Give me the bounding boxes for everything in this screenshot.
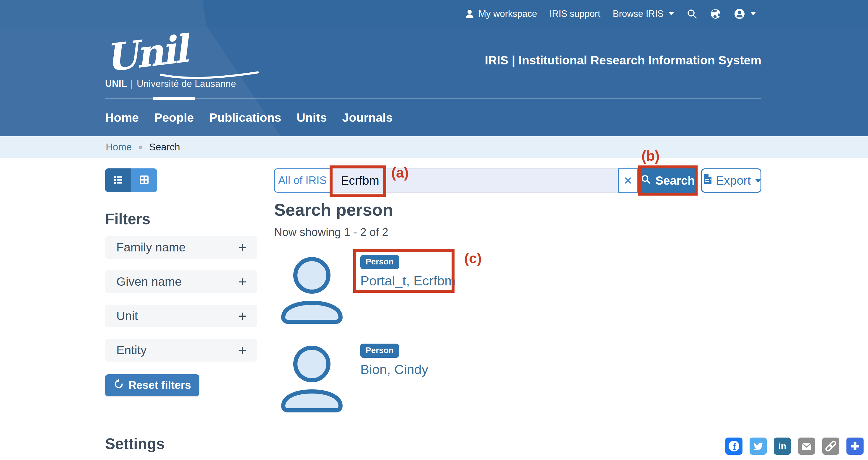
filter-given-name[interactable]: Given name + xyxy=(105,270,257,293)
plus-icon[interactable]: + xyxy=(238,241,247,255)
view-toggle-group xyxy=(105,168,257,192)
breadcrumb-current: Search xyxy=(149,142,180,153)
facebook-share-button[interactable]: f xyxy=(725,437,742,455)
person-name-link[interactable]: Portal_t, Ecrfbm xyxy=(360,273,456,289)
account-circle-icon xyxy=(734,8,745,20)
search-results-main: All of IRIS (a) × Search (b) xyxy=(274,168,762,415)
linkedin-share-button[interactable]: in xyxy=(774,437,791,455)
search-bar: All of IRIS (a) × Search (b) xyxy=(274,168,762,193)
grid-view-button[interactable] xyxy=(131,168,157,192)
chevron-down-icon xyxy=(755,179,762,183)
twitter-share-button[interactable] xyxy=(750,437,767,455)
filter-entity[interactable]: Entity + xyxy=(105,339,257,362)
reset-icon xyxy=(114,379,124,392)
nav-item-units[interactable]: Units xyxy=(297,99,327,136)
settings-title: Settings xyxy=(105,435,257,453)
list-view-icon xyxy=(112,174,124,187)
breadcrumb-home-link[interactable]: Home xyxy=(106,142,132,153)
search-input-wrapper: (a) xyxy=(331,168,618,193)
language-globe-button[interactable] xyxy=(710,8,721,20)
copy-link-button[interactable] xyxy=(822,437,839,455)
plus-icon[interactable]: + xyxy=(238,309,247,323)
result-item-1: Person Portal_t, Ecrfbm (c) xyxy=(274,255,762,326)
person-type-badge: Person xyxy=(360,255,399,269)
filter-family-name[interactable]: Family name + xyxy=(105,236,257,259)
search-icon xyxy=(641,174,651,187)
export-icon xyxy=(701,173,714,188)
nav-item-home[interactable]: Home xyxy=(105,99,139,136)
annotation-label-a: (a) xyxy=(391,164,409,181)
export-button-label: Export xyxy=(716,174,751,188)
result-item-2: Person Bion, Cindy xyxy=(274,344,762,415)
filter-label: Unit xyxy=(116,309,138,323)
annotation-label-b: (b) xyxy=(642,148,659,164)
search-button-label: Search xyxy=(655,174,695,187)
person-avatar-icon[interactable] xyxy=(278,344,345,415)
facebook-icon: f xyxy=(725,437,742,455)
filter-unit[interactable]: Unit + xyxy=(105,305,257,327)
search-scope-button[interactable]: All of IRIS xyxy=(274,168,331,193)
filter-label: Given name xyxy=(116,275,182,289)
export-button[interactable]: Export xyxy=(701,168,762,193)
email-icon xyxy=(798,437,815,455)
search-submit-button[interactable]: Search xyxy=(641,168,695,193)
nav-item-journals[interactable]: Journals xyxy=(342,99,393,136)
my-workspace-label: My workspace xyxy=(478,8,537,19)
social-share-bar: f in xyxy=(725,437,864,455)
plus-icon[interactable]: + xyxy=(238,343,247,358)
reset-filters-label: Reset filters xyxy=(128,379,191,392)
logo-swash xyxy=(160,71,260,81)
chevron-down-icon xyxy=(750,12,756,16)
search-input[interactable] xyxy=(331,174,618,188)
main-navigation: Home People Publications Units Journals xyxy=(105,98,762,136)
result-text-block: Person Bion, Cindy xyxy=(360,344,428,377)
content-area: Filters Family name + Given name + Unit … xyxy=(0,158,868,460)
svg-text:f: f xyxy=(733,441,736,452)
grid-view-icon xyxy=(138,174,150,187)
result-text-block: Person Portal_t, Ecrfbm (c) xyxy=(360,255,456,289)
filter-label: Family name xyxy=(116,241,186,254)
linkedin-icon: in xyxy=(774,437,791,455)
filters-sidebar: Filters Family name + Given name + Unit … xyxy=(105,168,257,460)
nav-item-publications[interactable]: Publications xyxy=(209,99,281,136)
clear-search-button[interactable]: × xyxy=(618,168,638,193)
twitter-icon xyxy=(750,437,767,455)
account-menu[interactable] xyxy=(734,8,756,20)
annotation-label-c: (c) xyxy=(464,250,482,267)
results-list: Person Portal_t, Ecrfbm (c) Person Bion,… xyxy=(274,255,762,415)
top-utility-bar: My workspace IRIS support Browse IRIS xyxy=(0,0,868,28)
breadcrumb-separator-dot xyxy=(139,146,142,149)
filter-label: Entity xyxy=(116,343,147,357)
person-icon xyxy=(465,9,475,19)
email-share-button[interactable] xyxy=(798,437,815,455)
person-avatar-icon[interactable] xyxy=(278,255,345,326)
iris-support-link[interactable]: IRIS support xyxy=(549,8,600,19)
logo-separator: | xyxy=(130,79,133,89)
breadcrumb: Home Search xyxy=(0,136,868,158)
my-workspace-link[interactable]: My workspace xyxy=(465,8,537,19)
results-heading: Search person xyxy=(274,200,762,219)
list-view-button[interactable] xyxy=(105,168,131,192)
annotation-box-b: Search (b) xyxy=(638,165,698,195)
unil-logo[interactable]: Unil UNIL|Université de Lausanne xyxy=(105,33,236,89)
page-title: IRIS | Institutional Research Informatio… xyxy=(485,54,762,67)
person-name-link[interactable]: Bion, Cindy xyxy=(360,362,428,377)
globe-icon xyxy=(710,8,721,20)
plus-icon[interactable]: + xyxy=(238,275,247,289)
person-type-badge: Person xyxy=(360,344,399,358)
search-icon xyxy=(686,8,698,20)
iris-support-label: IRIS support xyxy=(549,8,600,19)
results-count: Now showing 1 - 2 of 2 xyxy=(274,226,762,239)
browse-iris-label: Browse IRIS xyxy=(613,8,663,19)
browse-iris-menu[interactable]: Browse IRIS xyxy=(613,8,674,19)
site-header: Unil UNIL|Université de Lausanne IRIS | … xyxy=(0,28,868,136)
chevron-down-icon xyxy=(669,12,674,16)
plus-icon xyxy=(846,437,864,455)
topbar-search-button[interactable] xyxy=(686,8,698,20)
reset-filters-button[interactable]: Reset filters xyxy=(105,374,199,396)
svg-text:in: in xyxy=(778,441,786,452)
share-more-button[interactable] xyxy=(846,437,864,455)
link-icon xyxy=(822,437,839,455)
nav-item-people[interactable]: People xyxy=(154,99,194,136)
filters-title: Filters xyxy=(105,210,257,228)
